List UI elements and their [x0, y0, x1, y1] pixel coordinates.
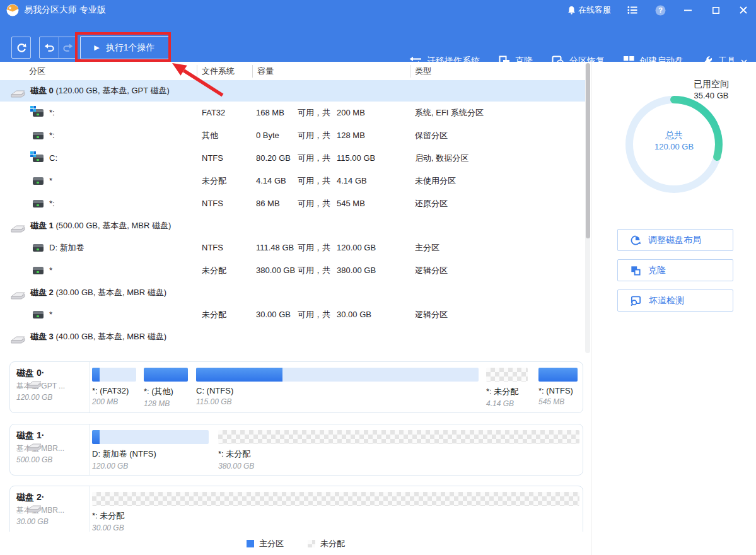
disk-card-head: 磁盘 1·基本盘 MBR...500.00 GB	[16, 430, 87, 464]
help-icon[interactable]: ?	[654, 4, 666, 16]
partition-block[interactable]: C: (NTFS)115.00 GB	[196, 368, 479, 406]
disk-name: 磁盘 2 (30.00 GB, 基本盘, MBR 磁盘)	[30, 282, 166, 303]
partition-block-label: C: (NTFS)	[196, 386, 479, 395]
available-label: 可用，共	[298, 102, 330, 124]
app-logo-icon: ★	[6, 4, 19, 16]
header-partition: 分区	[29, 66, 45, 77]
partition-type: 逻辑分区	[415, 303, 448, 326]
free-space-value: 4.14 GB	[256, 170, 286, 192]
partition-block[interactable]: D: 新加卷 (NTFS)120.00 GB	[92, 430, 209, 470]
header-capacity: 容量	[257, 66, 274, 77]
filesystem-value: 未分配	[202, 303, 226, 326]
partition-block[interactable]: *: 未分配4.14 GB	[486, 368, 528, 408]
disk-card-name: 磁盘 1·	[16, 430, 44, 441]
disk-card-size: 30.00 GB	[16, 517, 87, 526]
available-label: 可用，共	[298, 259, 330, 282]
free-space-value: 111.48 GB	[256, 237, 294, 259]
disk-card[interactable]: 磁盘 1·基本盘 MBR...500.00 GBD: 新加卷 (NTFS)120…	[9, 424, 583, 476]
disk-card[interactable]: 磁盘 2·基本盘 MBR...30.00 GB*: 未分配30.00 GB	[9, 486, 583, 537]
clone-button[interactable]: 克隆	[617, 259, 733, 281]
partition-block-size: 200 MB	[92, 397, 136, 406]
partition-row[interactable]: C:NTFS80.20 GB可用，共115.00 GB启动, 数据分区	[0, 147, 585, 170]
partition-block[interactable]: *: (NTFS)545 MB	[538, 368, 578, 406]
total-space-value: 115.00 GB	[337, 147, 375, 170]
vertical-scrollbar[interactable]	[585, 63, 590, 353]
operation-list-icon[interactable]	[626, 4, 639, 16]
drive-icon	[33, 109, 44, 117]
drive-icon	[33, 311, 44, 318]
execute-operations-button[interactable]: ▶ 执行1个操作	[80, 36, 169, 59]
disk-name: 磁盘 0 (120.00 GB, 基本盘, GPT 磁盘)	[30, 80, 170, 102]
partition-block-label: *: 未分配	[486, 386, 528, 397]
partition-block-size: 115.00 GB	[196, 397, 479, 406]
free-space-value: 30.00 GB	[256, 303, 291, 326]
bell-icon	[567, 6, 576, 15]
online-support-button[interactable]: 在线客服	[567, 4, 611, 16]
toolbar: ▶ 执行1个操作 迁移操作系统 克隆 分区恢复 创建启动盘 工具	[0, 20, 756, 62]
play-icon: ▶	[94, 44, 99, 51]
drive-icon	[33, 155, 44, 162]
maximize-button[interactable]	[709, 4, 722, 16]
partition-row[interactable]: *未分配380.00 GB可用，共380.00 GB逻辑分区	[0, 259, 585, 282]
used-space-value: 35.40 GB	[686, 91, 736, 100]
free-space-value: 168 MB	[256, 102, 284, 124]
partition-name: *	[49, 303, 52, 326]
adjust-layout-icon	[631, 235, 641, 245]
right-panel: 已用空间 35.40 GB 总共 120.00 GB 调整磁盘布局 克隆 坏道检…	[591, 62, 756, 555]
partition-row[interactable]: *:FAT32168 MB可用，共200 MB系统, EFI 系统分区	[0, 102, 585, 124]
partition-row[interactable]: D: 新加卷NTFS111.48 GB可用，共120.00 GB主分区	[0, 237, 585, 259]
drive-icon	[33, 267, 44, 274]
partition-block[interactable]: *: (FAT32)200 MB	[92, 368, 136, 406]
disk-row[interactable]: 磁盘 3 (40.00 GB, 基本盘, MBR 磁盘)	[0, 326, 585, 348]
partition-type: 系统, EFI 系统分区	[415, 102, 484, 124]
partition-bar	[196, 368, 479, 382]
bad-sector-test-button[interactable]: 坏道检测	[617, 289, 733, 312]
refresh-button[interactable]	[11, 37, 31, 59]
disk-card-name: 磁盘 2·	[16, 492, 44, 503]
disk-icon	[9, 221, 26, 231]
legend-primary: 主分区	[247, 538, 284, 549]
filesystem-value: 其他	[202, 124, 218, 147]
partition-block[interactable]: *: 未分配30.00 GB	[92, 492, 579, 532]
partition-row[interactable]: *未分配30.00 GB可用，共30.00 GB逻辑分区	[0, 303, 585, 326]
adjust-layout-button[interactable]: 调整磁盘布局	[617, 229, 733, 251]
redo-button[interactable]	[58, 37, 77, 58]
available-label: 可用，共	[298, 147, 330, 170]
unallocated-bar	[218, 430, 579, 444]
partition-block[interactable]: *: 未分配380.00 GB	[218, 430, 579, 470]
partition-type: 启动, 数据分区	[415, 147, 468, 170]
disk-card-head: 磁盘 2·基本盘 MBR...30.00 GB	[16, 492, 87, 526]
main-content: 分区 文件系统 容量 类型 磁盘 0 (120.00 GB, 基本盘, GPT …	[0, 62, 591, 555]
minimize-button[interactable]	[682, 4, 694, 16]
filesystem-value: NTFS	[202, 237, 223, 259]
scrollbar-thumb[interactable]	[586, 63, 590, 238]
partition-type: 保留分区	[415, 124, 448, 147]
available-label: 可用，共	[298, 237, 330, 259]
partition-name: *:	[49, 192, 55, 215]
total-space-value: 4.14 GB	[337, 170, 367, 192]
free-space-value: 80.20 GB	[256, 147, 291, 170]
available-label: 可用，共	[298, 170, 330, 192]
drive-icon	[33, 200, 44, 207]
partition-row[interactable]: *:NTFS86 MB可用，共545 MB还原分区	[0, 192, 585, 215]
undo-button[interactable]	[40, 37, 58, 58]
available-label: 可用，共	[298, 124, 330, 147]
disk-row[interactable]: 磁盘 0 (120.00 GB, 基本盘, GPT 磁盘)	[0, 80, 585, 102]
partition-block[interactable]: *: (其他)128 MB	[144, 368, 188, 408]
total-space-value: 120.00 GB	[337, 237, 376, 259]
disk-card[interactable]: 磁盘 0·基本盘 GPT ...120.00 GB*: (FAT32)200 M…	[9, 361, 583, 413]
partition-block-size: 545 MB	[538, 397, 578, 406]
disk-row[interactable]: 磁盘 2 (30.00 GB, 基本盘, MBR 磁盘)	[0, 282, 585, 303]
disk-row[interactable]: 磁盘 1 (500.00 GB, 基本盘, MBR 磁盘)	[0, 215, 585, 237]
used-bar	[144, 368, 188, 382]
total-space-value: 380.00 GB	[337, 259, 376, 282]
free-space-value: 380.00 GB	[256, 259, 295, 282]
partition-name: *:	[49, 102, 55, 124]
svg-text:?: ?	[658, 6, 663, 14]
used-bar	[538, 368, 578, 382]
partition-block-size: 380.00 GB	[218, 462, 579, 470]
partition-block-label: *: 未分配	[218, 448, 579, 460]
partition-row[interactable]: *未分配4.14 GB可用，共4.14 GB未使用分区	[0, 170, 585, 192]
close-button[interactable]	[737, 4, 750, 16]
partition-row[interactable]: *:其他0 Byte可用，共128 MB保留分区	[0, 124, 585, 147]
